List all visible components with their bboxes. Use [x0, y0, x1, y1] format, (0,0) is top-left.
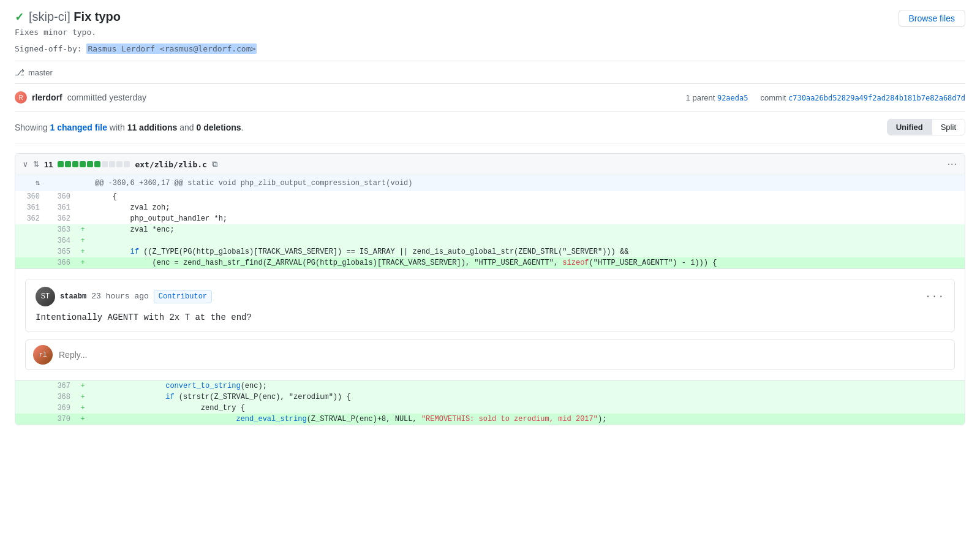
contributor-badge: Contributor	[154, 290, 212, 303]
copy-path-icon[interactable]: ⧉	[212, 159, 217, 169]
comment-body: Intentionally AGENTT with 2x T at the en…	[36, 311, 944, 324]
line-num-old	[15, 246, 46, 257]
line-num-new: 367	[46, 381, 77, 392]
hunk-line-num-old: ⇅	[15, 175, 46, 191]
table-row: 368 + if (strstr(Z_STRVAL_P(enc), "zerod…	[15, 392, 965, 403]
line-code: convert_to_string(enc);	[89, 381, 965, 392]
split-view-button[interactable]: Split	[932, 119, 965, 135]
reply-avatar: rl	[33, 345, 53, 365]
line-num-new: 369	[46, 403, 77, 414]
file-more-button[interactable]: ···	[948, 159, 957, 170]
signed-off-line: Signed-off-by: Rasmus Lerdorf <rasmus@le…	[15, 44, 257, 53]
file-diff: ∨ ⇅ 11 ext/zlib/zlib.c ⧉ ··	[15, 153, 965, 425]
line-marker: +	[77, 392, 89, 403]
commit-label: commit c730aa26bd52829a49f2ad284b181b7e8…	[761, 93, 966, 102]
line-marker: +	[77, 257, 89, 268]
line-num-new: 360	[46, 191, 77, 202]
line-marker	[77, 191, 89, 202]
comment-header: ST staabm 23 hours ago Contributor ···	[36, 287, 944, 306]
line-num-new: 364	[46, 235, 77, 246]
file-toggle-button[interactable]: ∨	[23, 160, 28, 169]
line-code: zend_eval_string(Z_STRVAL_P(enc)+8, NULL…	[89, 414, 965, 425]
commit-description: Fixes minor typo.	[15, 28, 257, 37]
comment-box: ST staabm 23 hours ago Contributor ··· I…	[25, 279, 955, 332]
author-name[interactable]: rlerdorf	[32, 93, 62, 102]
diff-table: ⇅ @@ -360,6 +360,17 @@ static void php_z…	[15, 175, 965, 425]
line-num-old	[15, 257, 46, 268]
hunk-header-row: ⇅ @@ -360,6 +360,17 @@ static void php_z…	[15, 175, 965, 191]
additions-count: 11	[44, 160, 53, 169]
line-num-old: 360	[15, 191, 46, 202]
hunk-line-num-new	[46, 175, 77, 191]
hunk-marker	[77, 175, 89, 191]
diff-bar-6	[94, 161, 100, 167]
file-path[interactable]: ext/zlib/zlib.c	[135, 160, 206, 169]
line-code: php_output_handler *h;	[89, 213, 965, 224]
hunk-header-text: @@ -360,6 +360,17 @@ static void php_zli…	[89, 175, 965, 191]
table-row: 361 361 zval zoh;	[15, 202, 965, 213]
line-num-old	[15, 381, 46, 392]
commenter-name[interactable]: staabm	[60, 291, 86, 302]
browse-files-button[interactable]: Browse files	[899, 10, 965, 27]
inline-comment-container: ST staabm 23 hours ago Contributor ··· I…	[15, 268, 965, 381]
line-marker	[77, 213, 89, 224]
line-num-new: 366	[46, 257, 77, 268]
commit-hash-link[interactable]: c730aa26bd52829a49f2ad284b181b7e82a68d7d	[788, 94, 965, 102]
line-code: zend_try {	[89, 403, 965, 414]
line-code: zval zoh;	[89, 202, 965, 213]
line-num-new: 370	[46, 414, 77, 425]
table-row: 363 + zval *enc;	[15, 224, 965, 235]
line-num-old	[15, 235, 46, 246]
line-code: zval *enc;	[89, 224, 965, 235]
check-icon: ✓	[15, 10, 24, 24]
comment-more-button[interactable]: ···	[925, 289, 944, 304]
line-code: if ((Z_TYPE(PG(http_globals)[TRACK_VARS_…	[89, 246, 965, 257]
diff-bar-9	[116, 161, 123, 167]
line-num-old	[15, 414, 46, 425]
line-marker: +	[77, 414, 89, 425]
diff-bar-10	[124, 161, 130, 167]
branch-row: ⎇ master	[15, 61, 965, 84]
diff-bars	[58, 161, 130, 167]
line-num-old	[15, 403, 46, 414]
reply-input[interactable]	[59, 350, 947, 360]
table-row: 362 362 php_output_handler *h;	[15, 213, 965, 224]
unified-view-button[interactable]: Unified	[888, 119, 932, 135]
line-num-new: 368	[46, 392, 77, 403]
inline-comment-row: ST staabm 23 hours ago Contributor ··· I…	[15, 268, 965, 381]
line-code: (enc = zend_hash_str_find(Z_ARRVAL(PG(ht…	[89, 257, 965, 268]
commit-title: ✓ [skip-ci] Fix typo	[15, 10, 257, 24]
line-marker: +	[77, 246, 89, 257]
diff-bar-5	[87, 161, 93, 167]
diff-bar-7	[102, 161, 108, 167]
author-avatar: R	[15, 91, 27, 104]
diff-bar-1	[58, 161, 64, 167]
line-code: {	[89, 191, 965, 202]
changed-file-link[interactable]: 1 changed file	[50, 123, 107, 132]
expand-icon[interactable]: ⇅	[36, 179, 40, 188]
branch-name[interactable]: master	[28, 68, 53, 77]
branch-icon: ⎇	[15, 67, 24, 77]
signed-off-value: Rasmus Lerdorf <rasmus@lerdorf.com>	[86, 44, 257, 54]
diff-bar-4	[80, 161, 86, 167]
table-row: 370 + zend_eval_string(Z_STRVAL_P(enc)+8…	[15, 414, 965, 425]
table-row: 360 360 {	[15, 191, 965, 202]
reply-box: rl	[25, 339, 955, 370]
view-toggle: Unified Split	[887, 119, 965, 135]
commit-hashes: 1 parent 92aeda5 commit c730aa26bd52829a…	[686, 93, 965, 102]
commit-title-text: [skip-ci] Fix typo	[29, 10, 121, 24]
table-row: 366 + (enc = zend_hash_str_find(Z_ARRVAL…	[15, 257, 965, 268]
inline-comment-cell: ST staabm 23 hours ago Contributor ··· I…	[15, 268, 965, 381]
commit-meta: R rlerdorf committed yesterday 1 parent …	[15, 84, 965, 112]
line-num-old: 362	[15, 213, 46, 224]
commit-action: committed yesterday	[67, 93, 146, 102]
line-marker: +	[77, 403, 89, 414]
line-num-new: 362	[46, 213, 77, 224]
line-num-old: 361	[15, 202, 46, 213]
line-marker: +	[77, 224, 89, 235]
parent-hash-link[interactable]: 92aeda5	[717, 94, 748, 102]
line-num-new: 363	[46, 224, 77, 235]
table-row: 365 + if ((Z_TYPE(PG(http_globals)[TRACK…	[15, 246, 965, 257]
line-code: if (strstr(Z_STRVAL_P(enc), "zerodium"))…	[89, 392, 965, 403]
commit-author: R rlerdorf committed yesterday	[15, 91, 146, 104]
